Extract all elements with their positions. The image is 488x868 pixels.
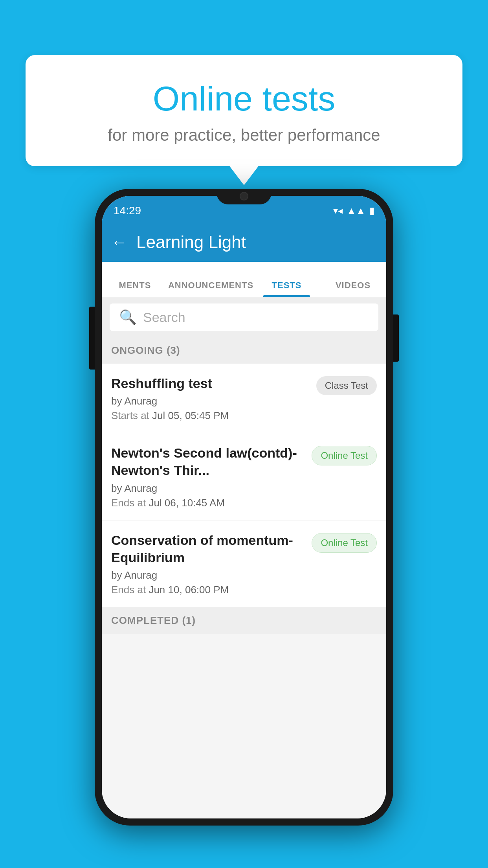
test-time-3: Ends at Jun 10, 06:00 PM	[111, 584, 305, 596]
phone-screen: 14:29 ▾◂ ▲▲ ▮ ← Learning Light MENTS ANN…	[102, 196, 386, 818]
test-time-2: Ends at Jul 06, 10:45 AM	[111, 497, 305, 509]
tab-ments[interactable]: MENTS	[102, 280, 168, 297]
completed-section-header: COMPLETED (1)	[102, 607, 386, 634]
phone-notch	[216, 189, 272, 204]
tabs-bar: MENTS ANNOUNCEMENTS TESTS VIDEOS	[102, 262, 386, 297]
status-time: 14:29	[114, 204, 141, 217]
bottom-fade	[102, 787, 386, 818]
speech-bubble-title: Online tests	[41, 79, 447, 119]
test-time-1: Starts at Jul 05, 05:45 PM	[111, 410, 310, 422]
search-placeholder: Search	[143, 310, 185, 325]
search-bar-container: 🔍 Search	[102, 297, 386, 337]
completed-section-title: COMPLETED (1)	[111, 614, 196, 626]
badge-class-test-1: Class Test	[316, 376, 377, 395]
app-bar: ← Learning Light	[102, 223, 386, 262]
search-bar[interactable]: 🔍 Search	[110, 303, 378, 331]
phone-frame: 14:29 ▾◂ ▲▲ ▮ ← Learning Light MENTS ANN…	[95, 189, 393, 826]
ongoing-section-title: ONGOING (3)	[111, 344, 180, 356]
test-info-2: Newton's Second law(contd)-Newton's Thir…	[111, 444, 312, 509]
tab-tests[interactable]: TESTS	[253, 280, 320, 297]
time-label-1: Starts at	[111, 410, 149, 421]
wifi-icon: ▾◂	[333, 205, 343, 216]
test-name-3: Conservation of momentum-Equilibrium	[111, 531, 305, 566]
badge-online-test-2: Online Test	[312, 446, 377, 465]
time-label-3: Ends at	[111, 584, 146, 596]
phone-container: 14:29 ▾◂ ▲▲ ▮ ← Learning Light MENTS ANN…	[95, 189, 393, 826]
app-bar-title: Learning Light	[136, 232, 246, 252]
speech-bubble-container: Online tests for more practice, better p…	[26, 55, 462, 166]
test-info-1: Reshuffling test by Anurag Starts at Jul…	[111, 375, 316, 422]
test-item-1[interactable]: Reshuffling test by Anurag Starts at Jul…	[102, 364, 386, 433]
test-info-3: Conservation of momentum-Equilibrium by …	[111, 531, 312, 596]
time-label-2: Ends at	[111, 497, 146, 509]
test-author-2: by Anurag	[111, 482, 305, 495]
signal-icon: ▲▲	[347, 205, 365, 216]
tab-videos[interactable]: VIDEOS	[320, 280, 386, 297]
search-icon: 🔍	[119, 309, 137, 326]
test-name-1: Reshuffling test	[111, 375, 310, 392]
test-item-2[interactable]: Newton's Second law(contd)-Newton's Thir…	[102, 433, 386, 520]
speech-bubble: Online tests for more practice, better p…	[26, 55, 462, 166]
test-name-2: Newton's Second law(contd)-Newton's Thir…	[111, 444, 305, 479]
ongoing-section-header: ONGOING (3)	[102, 337, 386, 364]
test-author-1: by Anurag	[111, 395, 310, 407]
test-list: Reshuffling test by Anurag Starts at Jul…	[102, 364, 386, 607]
tab-announcements[interactable]: ANNOUNCEMENTS	[168, 280, 253, 297]
battery-icon: ▮	[369, 205, 374, 216]
badge-online-test-3: Online Test	[312, 533, 377, 553]
back-arrow-icon[interactable]: ←	[111, 234, 127, 250]
notch-camera	[240, 192, 248, 200]
speech-bubble-subtitle: for more practice, better performance	[41, 126, 447, 145]
status-icons: ▾◂ ▲▲ ▮	[333, 205, 374, 216]
test-author-3: by Anurag	[111, 569, 305, 581]
test-item-3[interactable]: Conservation of momentum-Equilibrium by …	[102, 520, 386, 607]
